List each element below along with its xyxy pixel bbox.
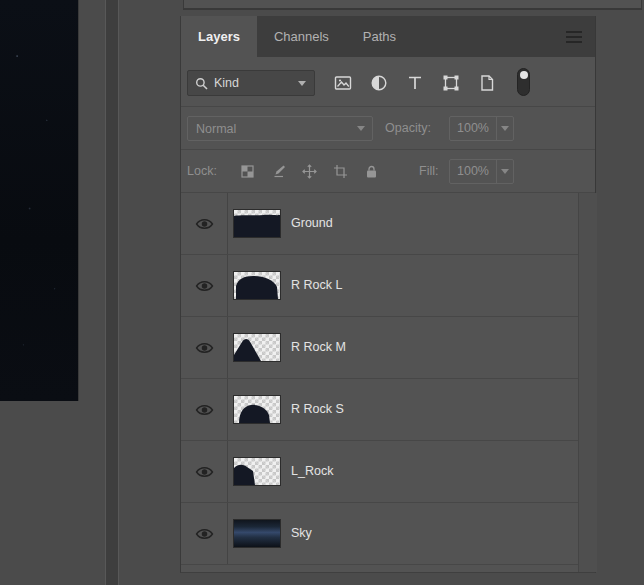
lock-transparency-icon[interactable] (239, 163, 256, 180)
layer-row-r-rock-s[interactable]: R Rock S (181, 379, 578, 441)
layer-name: L_Rock (291, 441, 333, 502)
filter-toggle-pill[interactable] (517, 68, 530, 96)
layer-row-ground[interactable]: Ground (181, 193, 578, 255)
layer-thumbnail[interactable] (234, 396, 280, 423)
search-icon (195, 77, 208, 90)
eye-icon (195, 217, 214, 231)
panel-above-edge (183, 0, 642, 10)
eye-icon (195, 465, 214, 479)
blend-mode-value: Normal (196, 122, 236, 136)
opacity-dropdown[interactable] (496, 117, 513, 140)
lock-row: Lock: Fill: 100% (181, 149, 595, 193)
layer-name: R Rock S (291, 379, 344, 440)
layer-name: Sky (291, 503, 312, 564)
layer-thumbnail[interactable] (234, 520, 280, 547)
visibility-toggle[interactable] (181, 503, 228, 564)
pixel-layer-filter-icon[interactable] (333, 73, 353, 93)
eye-icon (195, 527, 214, 541)
panel-tab-bar: Layers Channels Paths (181, 16, 595, 57)
layer-thumbnail[interactable] (234, 334, 280, 361)
eye-icon (195, 341, 214, 355)
lock-label: Lock: (187, 159, 217, 184)
layer-list: Ground R Rock L R Rock M (181, 192, 595, 572)
tab-layers[interactable]: Layers (181, 16, 257, 57)
layer-name: R Rock M (291, 317, 346, 378)
layer-thumbnail[interactable] (234, 458, 280, 485)
layer-thumbnail[interactable] (234, 272, 280, 299)
adjustment-layer-filter-icon[interactable] (369, 73, 389, 93)
panel-menu-icon[interactable] (566, 31, 582, 43)
blend-row: Normal Opacity: 100% (181, 106, 595, 150)
layer-filter-row: Kind (181, 57, 595, 106)
lock-image-icon[interactable] (270, 163, 287, 180)
visibility-toggle[interactable] (181, 441, 228, 502)
shape-layer-filter-icon[interactable] (441, 73, 461, 93)
layer-name: Ground (291, 193, 333, 254)
filter-type-buttons (333, 70, 497, 96)
tab-channels[interactable]: Channels (257, 16, 346, 57)
lock-position-icon[interactable] (301, 163, 318, 180)
document-canvas[interactable] (0, 0, 79, 401)
chevron-down-icon (298, 81, 306, 86)
chevron-down-icon (501, 126, 509, 131)
lock-artboard-icon[interactable] (332, 163, 349, 180)
chevron-down-icon (501, 169, 509, 174)
filter-kind-select[interactable]: Kind (187, 70, 315, 96)
layers-panel: Layers Channels Paths Kind (180, 16, 596, 573)
fill-label: Fill: (419, 159, 438, 184)
layer-row-r-rock-m[interactable]: R Rock M (181, 317, 578, 379)
lock-all-icon[interactable] (363, 163, 380, 180)
opacity-input[interactable]: 100% (449, 116, 514, 141)
eye-icon (195, 279, 214, 293)
smart-object-filter-icon[interactable] (477, 73, 497, 93)
chevron-down-icon (357, 126, 365, 131)
tab-paths[interactable]: Paths (346, 16, 413, 57)
panel-dock-divider[interactable] (105, 0, 119, 585)
filter-kind-label: Kind (214, 76, 239, 90)
visibility-toggle[interactable] (181, 317, 228, 378)
filter-toggle-ball (520, 71, 528, 79)
layer-name: R Rock L (291, 255, 342, 316)
blend-mode-select[interactable]: Normal (187, 116, 373, 141)
eye-icon (195, 403, 214, 417)
fill-input[interactable]: 100% (449, 159, 514, 184)
fill-dropdown[interactable] (496, 160, 513, 183)
layer-row-r-rock-l[interactable]: R Rock L (181, 255, 578, 317)
fill-value: 100% (457, 160, 489, 183)
visibility-toggle[interactable] (181, 255, 228, 316)
type-layer-filter-icon[interactable] (405, 73, 425, 93)
lock-buttons (239, 159, 380, 184)
opacity-value: 100% (457, 117, 489, 140)
layer-row-sky[interactable]: Sky (181, 503, 578, 565)
scrollbar-track[interactable] (578, 193, 597, 572)
visibility-toggle[interactable] (181, 193, 228, 254)
layer-thumbnail[interactable] (234, 210, 280, 237)
opacity-label: Opacity: (385, 116, 431, 141)
layer-row-l-rock[interactable]: L_Rock (181, 441, 578, 503)
visibility-toggle[interactable] (181, 379, 228, 440)
